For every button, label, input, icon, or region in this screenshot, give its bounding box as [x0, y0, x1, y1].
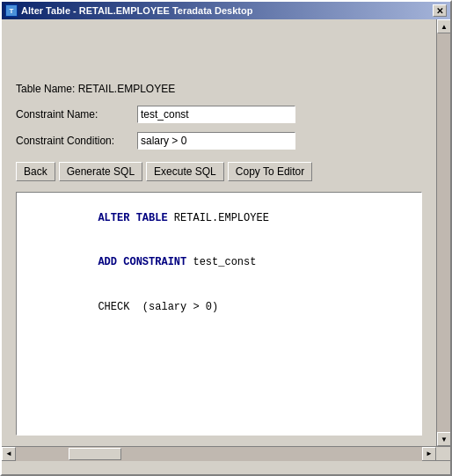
sql-line-2: ADD CONSTRAINT test_const	[22, 240, 416, 284]
sql-output-container: ALTER TABLE RETAIL.EMPLOYEE ADD CONSTRAI…	[16, 192, 422, 436]
main-window: T Alter Table - RETAIL.EMPLOYEE Teradata…	[0, 0, 452, 476]
scroll-up-arrow[interactable]: ▲	[437, 19, 450, 33]
h-scroll-track[interactable]	[16, 447, 422, 461]
scroll-left-arrow[interactable]: ◄	[2, 447, 16, 461]
scroll-right-arrow[interactable]: ►	[422, 447, 436, 461]
sql-line-3: CHECK (salary > 0)	[22, 285, 416, 329]
sql-line-1: ALTER TABLE RETAIL.EMPLOYEE	[22, 196, 416, 240]
h-scroll-thumb[interactable]	[69, 448, 121, 460]
close-button[interactable]: ✕	[433, 4, 447, 17]
constraint-condition-input[interactable]	[137, 132, 295, 150]
button-row: Back Generate SQL Execute SQL Copy To Ed…	[16, 162, 422, 181]
constraint-condition-label: Constraint Condition:	[16, 135, 130, 147]
window-icon: T	[5, 4, 18, 17]
window-title: Alter Table - RETAIL.EMPLOYEE Teradata D…	[21, 5, 252, 16]
scroll-corner	[436, 447, 450, 461]
constraint-name-row: Constraint Name:	[16, 106, 422, 123]
back-button[interactable]: Back	[16, 162, 55, 181]
constraint-name-input[interactable]	[137, 106, 295, 123]
main-content: Table Name: RETAIL.EMPLOYEE Constraint N…	[2, 19, 436, 446]
scroll-track[interactable]	[437, 33, 450, 432]
sql-keyword-add: ADD CONSTRAINT	[98, 256, 186, 268]
constraint-name-label: Constraint Name:	[16, 108, 130, 121]
title-bar: T Alter Table - RETAIL.EMPLOYEE Teradata…	[2, 2, 450, 19]
title-bar-left: T Alter Table - RETAIL.EMPLOYEE Teradata…	[5, 4, 252, 17]
sql-output: ALTER TABLE RETAIL.EMPLOYEE ADD CONSTRAI…	[17, 193, 421, 333]
scroll-down-arrow[interactable]: ▼	[437, 432, 450, 446]
vertical-scrollbar: ▲ ▼	[436, 19, 450, 446]
sql-constraint-name: test_const	[186, 256, 256, 268]
constraint-condition-row: Constraint Condition:	[16, 132, 422, 150]
status-bar	[2, 460, 450, 474]
sql-keyword-alter: ALTER TABLE	[98, 212, 167, 224]
generate-sql-button[interactable]: Generate SQL	[59, 162, 142, 181]
sql-table-name: RETAIL.EMPLOYEE	[168, 212, 269, 224]
content-area: Table Name: RETAIL.EMPLOYEE Constraint N…	[2, 19, 450, 446]
horizontal-scrollbar: ◄ ►	[2, 446, 450, 460]
sql-check: CHECK (salary > 0)	[98, 301, 218, 313]
copy-to-editor-button[interactable]: Copy To Editor	[228, 162, 313, 181]
execute-sql-button[interactable]: Execute SQL	[146, 162, 224, 181]
table-name-label: Table Name: RETAIL.EMPLOYEE	[16, 83, 422, 95]
